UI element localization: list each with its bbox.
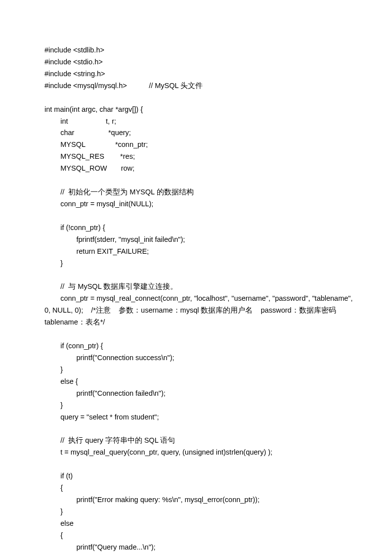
code-line [44,210,348,222]
code-line: #include <string.h> [44,68,348,80]
code-line [44,175,348,186]
code-line: MYSQL_RES *res; [44,151,348,163]
code-line: } [44,364,348,376]
code-line [44,423,348,435]
code-line [44,270,348,281]
code-line: // 初始化一个类型为 MYSQL 的数据结构 [44,186,348,198]
code-line: } [44,258,348,270]
document-page: #include <stdlib.h>#include <stdio.h>#in… [0,0,392,555]
code-line: { [44,530,348,542]
code-line: return EXIT_FAILURE; [44,246,348,258]
code-line: printf("Error making query: %s\n", mysql… [44,494,348,506]
code-line: else { [44,376,348,388]
code-line: tablename：表名*/ [44,317,348,328]
code-line: #include <mysql/mysql.h> // MySQL 头文件 [44,80,348,92]
code-line: t = mysql_real_query(conn_ptr, query, (u… [44,447,348,459]
code-line: #include <stdlib.h> [44,45,348,56]
code-line: char *query; [44,127,348,139]
code-line: } [44,506,348,518]
code-line: // 执行 query 字符串中的 SQL 语句 [44,435,348,447]
code-line: query = "select * from student"; [44,412,348,423]
code-line: 0, NULL, 0); /*注意 参数：username：mysql 数据库的… [44,305,348,317]
code-block: #include <stdlib.h>#include <stdio.h>#in… [44,45,348,554]
code-line [44,328,348,340]
code-line: // 与 MySQL 数据库引擎建立连接。 [44,281,348,293]
code-line: int main(int argc, char *argv[]) { [44,104,348,116]
code-line: conn_ptr = mysql_init(NULL); [44,198,348,210]
code-line [44,459,348,470]
code-line: MYSQL *conn_ptr; [44,139,348,151]
code-line [44,92,348,104]
code-line: { [44,482,348,494]
code-line: conn_ptr = mysql_real_connect(conn_ptr, … [44,293,348,305]
code-line: int t, r; [44,116,348,128]
code-line: fprintf(stderr, "mysql_init failed\n"); [44,234,348,246]
code-line: if (!conn_ptr) { [44,222,348,234]
code-line: if (conn_ptr) { [44,340,348,352]
code-line: printf("Connection failed\n"); [44,388,348,400]
code-line: } [44,400,348,412]
code-line: printf("Connection success\n"); [44,352,348,364]
code-line: else [44,518,348,530]
code-line: #include <stdio.h> [44,56,348,68]
code-line: MYSQL_ROW row; [44,163,348,175]
code-line: if (t) [44,470,348,482]
code-line: printf("Query made...\n"); [44,542,348,554]
